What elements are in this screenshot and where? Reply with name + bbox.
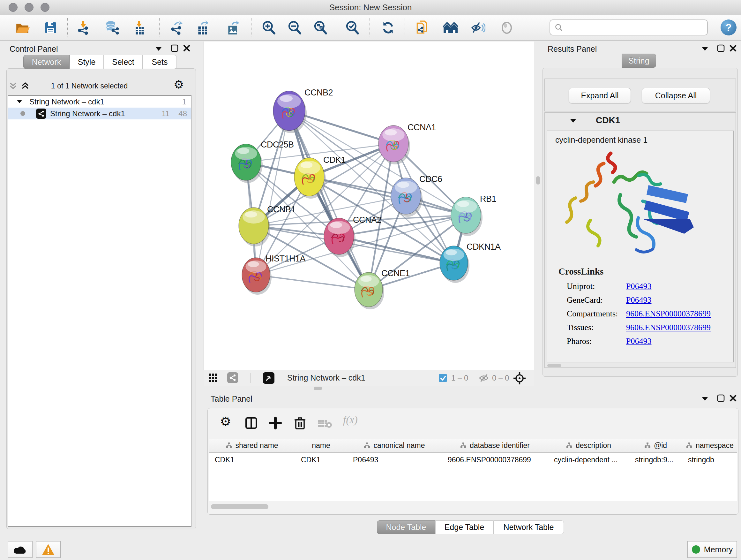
network-node-CCNA2[interactable] [324,218,355,257]
column-header-name[interactable]: name [295,438,347,452]
column-header-description[interactable]: description [548,438,629,452]
help-button[interactable]: ? [721,19,737,36]
table-cell[interactable]: stringdb [682,453,737,467]
network-node-CDC25B[interactable] [231,144,263,183]
control-panel-float-icon[interactable] [156,47,161,51]
memory-button[interactable]: Memory [687,541,737,558]
crosslink-link[interactable]: P06493 [626,336,651,346]
network-node-CCNB2[interactable] [273,91,307,133]
cloud-button[interactable] [8,541,32,558]
share-view-icon[interactable] [227,372,238,383]
horizontal-splitter-handle[interactable] [314,387,322,390]
table-hscrollbar-thumb[interactable] [211,504,268,509]
table-settings-gear-icon[interactable]: ⚙ [220,414,231,429]
table-panel-float-icon[interactable] [702,397,708,401]
tab-edge-table[interactable]: Edge Table [435,520,493,534]
zoom-fit-button[interactable] [313,20,328,36]
network-node-CDKN1A[interactable] [440,246,469,283]
import-network-from-database-button[interactable] [104,20,119,36]
network-node-CCNA1[interactable] [379,125,410,165]
search-input[interactable] [566,23,707,32]
export-table-button[interactable] [195,20,211,36]
table-panel-maximize-icon[interactable] [717,394,725,402]
export-image-button[interactable] [225,20,241,36]
collapse-all-button[interactable]: Collapse All [642,88,710,104]
clone-network-button[interactable] [415,20,430,36]
crosshair-icon[interactable] [513,371,527,385]
network-edge-HIST1H1A-CCNE1[interactable] [256,275,368,290]
network-canvas[interactable]: CCNB2CCNA1CDC25BCDK1CDC6RB1CCNB1CCNA2CDK… [204,42,534,370]
table-body: CDK1CDK1P064939606.ENSP00000378699cyclin… [209,453,737,467]
results-panel-maximize-icon[interactable] [717,44,725,52]
import-table-button[interactable] [132,20,147,36]
table-cell[interactable]: CDK1 [209,453,295,467]
column-header-database-identifier[interactable]: database identifier [442,438,548,452]
expand-all-icon[interactable] [20,81,30,91]
open-session-button[interactable] [15,20,30,36]
expand-all-button[interactable]: Expand All [569,88,631,104]
network-node-CDK1[interactable] [294,158,326,199]
tab-select[interactable]: Select [104,55,143,69]
tab-sets[interactable]: Sets [143,55,177,69]
column-header-label: name [312,441,330,450]
tab-node-table[interactable]: Node Table [377,520,435,534]
tab-style[interactable]: Style [70,55,104,69]
column-header-canonical-name[interactable]: canonical name [347,438,442,452]
network-tree-child-row[interactable]: String Network – cdk1 11 48 [8,108,191,119]
table-cell[interactable]: 9606.ENSP00000378699 [442,453,548,467]
network-node-CCNB1[interactable] [239,207,270,246]
crosslink-link[interactable]: P06493 [626,282,651,291]
table-cell[interactable]: cyclin-dependent ... [548,453,629,467]
node-label-RB1: RB1 [480,194,496,204]
tab-network[interactable]: Network [23,55,70,69]
column-header--id[interactable]: @id [629,438,682,452]
crosslink-label: Pharos: [567,336,626,346]
network-tree-root-row[interactable]: String Network – cdk1 1 [8,96,191,108]
results-hscrollbar-thumb[interactable] [547,364,561,367]
network-node-CDC6[interactable] [391,178,422,217]
column-header-namespace[interactable]: namespace [682,438,737,452]
table-cell[interactable]: stringdb:9... [629,453,682,467]
delete-column-icon[interactable] [293,416,307,430]
table-cell[interactable]: P06493 [347,453,442,467]
grid-view-icon[interactable] [208,373,218,383]
tree-expand-caret-icon[interactable] [17,100,22,103]
crosslink-link[interactable]: 9606.ENSP00000378699 [626,323,711,332]
zoom-selected-button[interactable] [345,20,360,36]
table-cell[interactable]: CDK1 [295,453,347,467]
column-header-shared-name[interactable]: shared name [209,438,295,452]
string-home-button[interactable] [443,20,458,36]
selected-nodes-checkbox-icon[interactable] [439,374,448,382]
network-node-CCNE1[interactable] [354,272,384,309]
hidden-eye-slash-icon[interactable] [479,373,489,383]
results-panel-close-icon[interactable] [729,44,737,52]
show-columns-icon[interactable] [245,417,258,429]
column-hierarchy-icon [226,442,232,449]
network-view-toolbar: String Network – cdk1 1 – 0 0 – 0 [204,370,534,386]
export-network-button[interactable] [169,20,185,36]
refresh-button[interactable] [381,20,396,36]
table-panel-close-icon[interactable] [729,394,737,402]
control-panel-maximize-icon[interactable] [171,44,179,52]
add-column-icon[interactable] [269,417,282,429]
import-network-button[interactable] [76,20,91,36]
crosslink-link[interactable]: P06493 [626,295,651,305]
crosslink-link[interactable]: 9606.ENSP00000378699 [626,309,711,319]
table-row[interactable]: CDK1CDK1P064939606.ENSP00000378699cyclin… [209,453,737,467]
collapse-all-icon[interactable] [8,81,18,91]
network-node-RB1[interactable] [451,197,482,236]
network-options-gear-icon[interactable]: ⚙ [174,78,184,91]
hide-glass-button[interactable] [470,20,486,36]
zoom-out-button[interactable] [287,20,302,36]
zoom-in-button[interactable] [261,20,276,36]
gene-collapse-caret-icon[interactable] [570,119,576,123]
warnings-button[interactable] [36,541,61,558]
column-hierarchy-icon [644,442,651,449]
results-panel-float-icon[interactable] [702,47,708,51]
eye-slash-icon [471,20,485,35]
birds-eye-view-icon[interactable] [263,372,274,384]
tab-string[interactable]: String [622,54,656,68]
tab-network-table[interactable]: Network Table [493,520,564,534]
control-panel-close-icon[interactable] [183,44,191,52]
save-session-button[interactable] [43,20,58,36]
